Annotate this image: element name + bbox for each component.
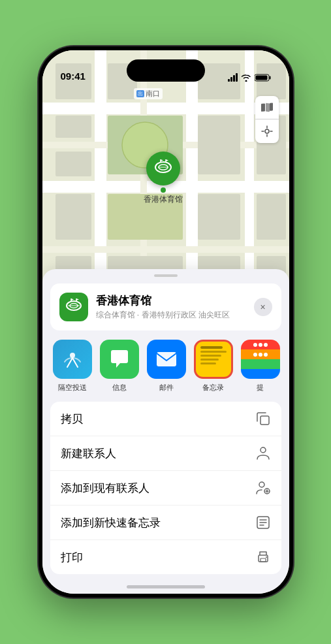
- svg-rect-21: [55, 194, 91, 240]
- venue-name: 香港体育馆: [96, 293, 246, 308]
- map-label-icon: 出: [136, 90, 144, 97]
- dots: [259, 343, 262, 347]
- action-label-quick-note: 添加到新快速备忘录: [61, 515, 161, 530]
- action-label-add-contact: 添加到现有联系人: [61, 481, 150, 496]
- map-controls: [255, 96, 279, 143]
- share-item-message[interactable]: 信息: [100, 340, 139, 393]
- signal-bar-3: [233, 75, 235, 82]
- status-time: 09:41: [61, 71, 86, 82]
- svg-rect-23: [198, 194, 240, 240]
- share-label-airdrop: 隔空投送: [58, 383, 87, 393]
- location-button[interactable]: [255, 120, 279, 143]
- mail-svg: [155, 350, 178, 368]
- share-label-message: 信息: [112, 383, 127, 393]
- venue-pin: 香港体育馆: [144, 152, 183, 205]
- map-icon: [260, 101, 274, 114]
- share-item-notes[interactable]: 备忘录: [194, 340, 233, 393]
- svg-rect-24: [257, 194, 286, 240]
- venue-header-icon: [59, 293, 88, 321]
- svg-rect-10: [42, 246, 289, 253]
- printer-icon: [255, 549, 271, 565]
- share-item-mail[interactable]: 邮件: [147, 340, 186, 393]
- action-label-new-contact: 新建联系人: [61, 446, 116, 461]
- person-icon: [255, 445, 271, 461]
- more-icon: [241, 340, 280, 379]
- sheet-handle: [154, 274, 178, 277]
- svg-rect-40: [270, 103, 273, 110]
- svg-rect-18: [198, 116, 240, 174]
- svg-marker-35: [161, 159, 163, 161]
- pin-circle: [146, 152, 180, 185]
- dynamic-island: [127, 59, 205, 82]
- notes-icon: [194, 340, 233, 379]
- svg-point-57: [259, 482, 264, 487]
- bottom-sheet: 香港体育馆 综合体育馆 · 香港特别行政区 油尖旺区 × 隔: [42, 269, 289, 594]
- phone-screen: 09:41: [42, 50, 289, 594]
- action-label-copy: 拷贝: [61, 411, 83, 427]
- message-svg: [108, 348, 131, 370]
- svg-point-56: [260, 447, 266, 453]
- svg-marker-52: [76, 298, 79, 300]
- svg-rect-13: [55, 116, 91, 138]
- share-label-more: 提: [257, 383, 264, 393]
- close-button[interactable]: ×: [254, 298, 272, 316]
- svg-rect-54: [157, 352, 176, 366]
- share-label-notes: 备忘录: [202, 383, 224, 393]
- pin-dot: [161, 187, 166, 193]
- phone-frame: 09:41: [39, 46, 293, 598]
- wifi-icon: [241, 74, 251, 82]
- map-label-nankou: 出 南口: [134, 88, 163, 99]
- action-item-add-contact[interactable]: 添加到现有联系人: [50, 471, 281, 506]
- notes-line-1: [200, 346, 223, 349]
- action-item-quick-note[interactable]: 添加到新快速备忘录: [50, 506, 281, 540]
- memo-icon: [255, 515, 271, 530]
- action-item-copy[interactable]: 拷贝: [50, 402, 281, 436]
- share-item-airdrop[interactable]: 隔空投送: [53, 340, 92, 393]
- venue-info: 香港体育馆 综合体育馆 · 香港特别行政区 油尖旺区: [96, 293, 246, 321]
- venue-header: 香港体育馆 综合体育馆 · 香港特别行政区 油尖旺区 ×: [50, 283, 281, 330]
- location-icon: [261, 125, 273, 137]
- stadium-icon: [153, 158, 174, 179]
- notes-line-4: [200, 359, 219, 361]
- venue-subtitle: 综合体育馆 · 香港特别行政区 油尖旺区: [96, 310, 246, 321]
- svg-rect-2: [255, 75, 267, 80]
- svg-point-53: [70, 353, 75, 358]
- battery-icon: [255, 74, 271, 82]
- home-indicator: [127, 585, 205, 588]
- pin-label: 香港体育馆: [144, 194, 183, 205]
- signal-bars: [228, 73, 238, 82]
- svg-rect-14: [55, 152, 91, 176]
- notes-line-3: [200, 355, 221, 357]
- notes-line-5: [200, 362, 216, 364]
- action-item-print[interactable]: 打印: [50, 540, 281, 574]
- share-label-mail: 邮件: [159, 383, 174, 393]
- signal-bar-4: [236, 73, 238, 82]
- share-row: 隔空投送 信息: [42, 330, 289, 395]
- status-icons: [228, 73, 271, 82]
- svg-point-41: [265, 129, 269, 133]
- signal-bar-1: [228, 79, 230, 82]
- signal-bar-2: [230, 77, 232, 82]
- action-list: 拷贝 新建联系人 添加到现有联系人: [50, 402, 281, 574]
- mail-icon: [147, 340, 186, 379]
- dots-2: [259, 353, 262, 357]
- svg-point-67: [266, 556, 267, 558]
- svg-rect-39: [266, 103, 270, 112]
- message-icon: [100, 340, 139, 379]
- map-label-text: 南口: [146, 89, 160, 99]
- venue-stadium-icon: [65, 298, 83, 316]
- airdrop-icon: [53, 340, 92, 379]
- svg-marker-50: [71, 298, 74, 300]
- person-add-icon: [255, 480, 271, 496]
- map-type-button[interactable]: [255, 96, 279, 120]
- share-item-more[interactable]: 提: [241, 340, 280, 393]
- svg-rect-55: [260, 416, 269, 425]
- svg-rect-38: [261, 103, 265, 112]
- svg-marker-37: [166, 159, 168, 161]
- airdrop-svg: [62, 349, 83, 370]
- svg-rect-1: [269, 76, 270, 79]
- copy-icon: [255, 411, 271, 427]
- action-item-new-contact[interactable]: 新建联系人: [50, 436, 281, 471]
- action-label-print: 打印: [61, 550, 83, 565]
- notes-line-2: [200, 351, 227, 353]
